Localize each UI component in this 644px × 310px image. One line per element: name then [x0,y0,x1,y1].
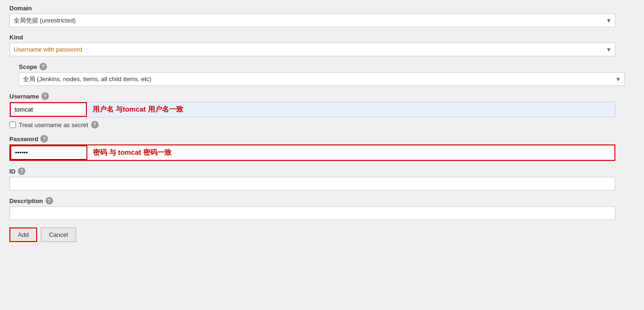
password-row: 密码 与 tomcat 密码一致 [9,144,615,161]
id-label-text: ID [9,168,16,175]
domain-label-text: Domain [9,5,32,12]
username-row: 用户名 与tomcat 用户名一致 [9,102,615,117]
username-section: Username ? 用户名 与tomcat 用户名一致 Treat usern… [9,92,635,129]
scope-help-icon[interactable]: ? [39,63,47,70]
id-input[interactable] [9,177,615,190]
treat-username-row: Treat username as secret ? [9,121,635,129]
kind-select-wrapper: Username with password ▼ [9,43,615,56]
domain-select-wrapper: 全局凭据 (unrestricted) ▼ [9,14,615,27]
description-label-text: Description [9,197,43,204]
password-section: Password ? 密码 与 tomcat 密码一致 [9,135,635,161]
id-section: ID ? [9,167,635,190]
scope-select[interactable]: 全局 (Jenkins, nodes, items, all child ite… [19,72,625,86]
page-container: Domain 全局凭据 (unrestricted) ▼ Kind Userna… [0,0,644,310]
username-label: Username ? [9,92,635,100]
password-input-wrapper [10,145,87,160]
domain-section: Domain 全局凭据 (unrestricted) ▼ [9,5,635,27]
username-label-text: Username [9,93,39,100]
scope-section: Scope ? 全局 (Jenkins, nodes, items, all c… [9,63,635,86]
username-annotation: 用户名 与tomcat 用户名一致 [87,102,615,117]
description-section: Description ? [9,197,635,220]
treat-username-help-icon[interactable]: ? [91,121,99,129]
treat-username-label: Treat username as secret [19,121,88,129]
password-annotation: 密码 与 tomcat 密码一致 [87,145,614,160]
kind-section: Kind Username with password ▼ [9,34,635,56]
id-label: ID ? [9,167,635,175]
id-help-icon[interactable]: ? [18,167,25,175]
scope-select-wrapper: 全局 (Jenkins, nodes, items, all child ite… [19,72,625,86]
description-label: Description ? [9,197,635,204]
domain-label: Domain [9,5,635,12]
add-button[interactable]: Add [9,227,37,242]
username-help-icon[interactable]: ? [41,92,49,100]
password-label: Password ? [9,135,635,143]
cancel-button[interactable]: Cancel [41,227,76,242]
kind-label-text: Kind [9,34,23,41]
password-input[interactable] [11,146,86,159]
domain-select[interactable]: 全局凭据 (unrestricted) [9,14,615,27]
button-row: Add Cancel [9,227,635,242]
username-input[interactable] [11,103,86,116]
description-help-icon[interactable]: ? [46,197,53,204]
password-help-icon[interactable]: ? [40,135,48,143]
username-input-wrapper [10,102,87,117]
kind-label: Kind [9,34,635,41]
kind-select[interactable]: Username with password [9,43,615,56]
treat-username-checkbox[interactable] [9,121,16,128]
password-label-text: Password [9,136,38,143]
description-input[interactable] [9,206,615,220]
scope-label: Scope ? [19,63,635,70]
scope-label-text: Scope [19,63,37,70]
